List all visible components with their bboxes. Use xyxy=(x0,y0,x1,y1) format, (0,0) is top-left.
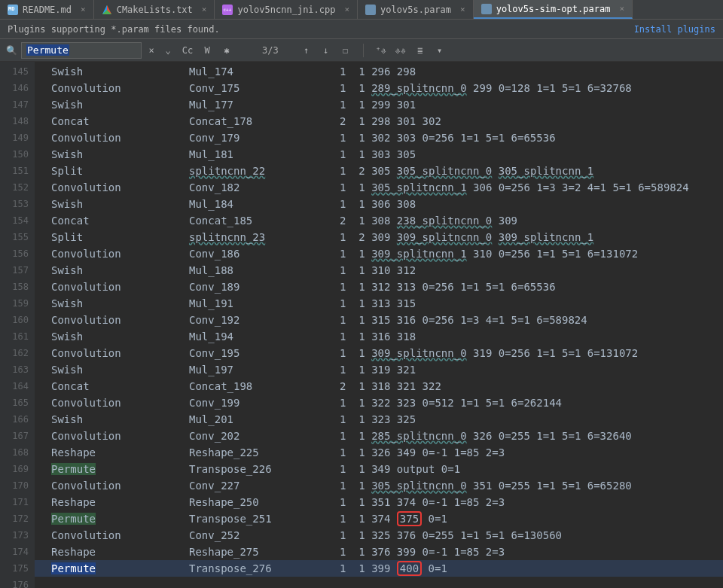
code-line[interactable]: ConcatConcat_1852 1 308 238_splitncnn_0 … xyxy=(35,212,723,229)
search-icon: 🔍 xyxy=(5,44,18,57)
close-icon[interactable]: × xyxy=(202,5,207,14)
add-selection-button[interactable]: ⁺⎀ xyxy=(374,44,388,57)
code-line[interactable]: Splitsplitncnn_221 2 305 305_splitncnn_0… xyxy=(35,163,723,179)
code-line[interactable]: SwishMul_1971 1 319 321 xyxy=(35,361,723,378)
code-line[interactable]: ConvolutionConv_1951 1 309_splitncnn_0 3… xyxy=(35,345,723,361)
code-line[interactable]: ConcatConcat_1782 1 298 301 302 xyxy=(35,113,723,129)
md-icon xyxy=(8,5,18,15)
code-line[interactable]: ReshapeReshape_2501 1 351 374 0=-1 1=85 … xyxy=(35,494,723,510)
code-area[interactable]: SwishMul_1741 1 296 298ConvolutionConv_1… xyxy=(35,62,723,588)
close-icon[interactable]: × xyxy=(619,4,624,14)
filter-icon[interactable]: ▾ xyxy=(433,44,447,57)
close-icon[interactable]: × xyxy=(81,5,86,14)
tab-readme[interactable]: README.md × xyxy=(0,0,94,19)
code-line[interactable]: ReshapeReshape_2751 1 376 399 0=-1 1=85 … xyxy=(35,544,723,560)
tab-bar: README.md × CMakeLists.txt × yolov5ncnn_… xyxy=(0,0,723,20)
match-case-toggle[interactable]: Cc xyxy=(181,44,194,57)
code-line[interactable]: SwishMul_1841 1 306 308 xyxy=(35,196,723,212)
words-toggle[interactable]: W xyxy=(200,44,214,57)
code-line[interactable]: ConvolutionConv_1991 1 322 323 0=512 1=1… xyxy=(35,395,723,411)
line-gutter: 1451461471481491501511521531541551561571… xyxy=(0,62,35,588)
code-line[interactable]: PermuteTranspose_2761 1 399 400 0=1 xyxy=(35,560,723,577)
prev-match-button[interactable]: ↑ xyxy=(300,44,313,57)
code-line[interactable]: ConvolutionConv_1861 1 309_splitncnn_1 3… xyxy=(35,245,723,262)
code-line[interactable]: ConvolutionConv_1791 1 302 303 0=256 1=1… xyxy=(35,129,723,146)
code-line[interactable]: ReshapeReshape_2251 1 326 349 0=-1 1=85 … xyxy=(35,444,723,461)
cpp-icon xyxy=(222,5,233,15)
code-line[interactable]: ConvolutionConv_1891 1 312 313 0=256 1=1… xyxy=(35,279,723,295)
match-counter: 3/3 xyxy=(262,45,279,56)
code-line[interactable]: ConvolutionConv_2521 1 325 376 0=255 1=1… xyxy=(35,527,723,544)
code-line[interactable]: SwishMul_1881 1 310 312 xyxy=(35,262,723,279)
install-plugins-link[interactable]: Install plugins xyxy=(634,24,715,35)
file-icon xyxy=(481,4,492,14)
code-line[interactable]: ConvolutionConv_1921 1 315 316 0=256 1=3… xyxy=(35,312,723,328)
tab-label: yolov5s.param xyxy=(380,5,451,15)
code-line[interactable]: ConvolutionConv_1751 1 289_splitncnn_0 2… xyxy=(35,80,723,96)
code-line[interactable]: SwishMul_1941 1 316 318 xyxy=(35,328,723,345)
close-icon[interactable]: × xyxy=(460,5,465,14)
close-icon[interactable]: × xyxy=(344,5,349,14)
editor: 1451461471481491501511521531541551561571… xyxy=(0,62,723,588)
find-toolbar: 🔍 Permute × ⌄ Cc W ✱ 3/3 ↑ ↓ ☐ ⁺⎀ ⎀⎀ ≣ ▾ xyxy=(0,39,723,62)
regex-toggle[interactable]: ✱ xyxy=(220,44,233,57)
search-input[interactable]: Permute xyxy=(21,42,142,59)
code-line[interactable]: SwishMul_1741 1 296 298 xyxy=(35,63,723,80)
select-all-button[interactable]: ☐ xyxy=(339,44,352,57)
history-icon[interactable]: ⌄ xyxy=(161,44,175,57)
next-match-button[interactable]: ↓ xyxy=(319,44,333,57)
cmake-icon xyxy=(102,5,112,15)
code-line[interactable]: ConvolutionConv_1821 1 305_splitncnn_1 3… xyxy=(35,179,723,196)
clear-icon[interactable]: × xyxy=(145,44,158,57)
tab-label: yolov5s-sim-opt.param xyxy=(496,4,611,14)
code-line[interactable]: SwishMul_1911 1 313 315 xyxy=(35,295,723,312)
file-icon xyxy=(365,5,376,15)
tab-label: yolov5ncnn_jni.cpp xyxy=(237,5,335,15)
code-line[interactable]: ConvolutionConv_2271 1 305_splitncnn_0 3… xyxy=(35,477,723,494)
code-line[interactable]: Splitsplitncnn_231 2 309 309_splitncnn_0… xyxy=(35,229,723,245)
code-line[interactable]: SwishMul_1771 1 299 301 xyxy=(35,96,723,113)
code-line[interactable] xyxy=(35,577,723,588)
tab-cmake[interactable]: CMakeLists.txt × xyxy=(94,0,215,19)
tab-yolov5s[interactable]: yolov5s.param × xyxy=(358,0,474,19)
notice-text: Plugins supporting *.param files found. xyxy=(8,24,220,35)
tab-jni[interactable]: yolov5ncnn_jni.cpp × xyxy=(215,0,358,19)
code-line[interactable]: PermuteTranspose_2261 1 349 output 0=1 xyxy=(35,461,723,477)
code-line[interactable]: SwishMul_2011 1 323 325 xyxy=(35,411,723,428)
code-line[interactable]: ConvolutionConv_2021 1 285_splitncnn_0 3… xyxy=(35,428,723,444)
code-line[interactable]: ConcatConcat_1982 1 318 321 322 xyxy=(35,378,723,395)
code-line[interactable]: SwishMul_1811 1 303 305 xyxy=(35,146,723,163)
tab-label: CMakeLists.txt xyxy=(117,5,193,15)
tab-label: README.md xyxy=(23,5,72,15)
code-line[interactable]: PermuteTranspose_2511 1 374 375 0=1 xyxy=(35,510,723,527)
select-occurrences-button[interactable]: ⎀⎀ xyxy=(394,44,407,57)
settings-icon[interactable]: ≣ xyxy=(413,44,427,57)
plugin-notice: Plugins supporting *.param files found. … xyxy=(0,20,723,39)
tab-yolov5s-sim-opt[interactable]: yolov5s-sim-opt.param × xyxy=(474,0,633,19)
